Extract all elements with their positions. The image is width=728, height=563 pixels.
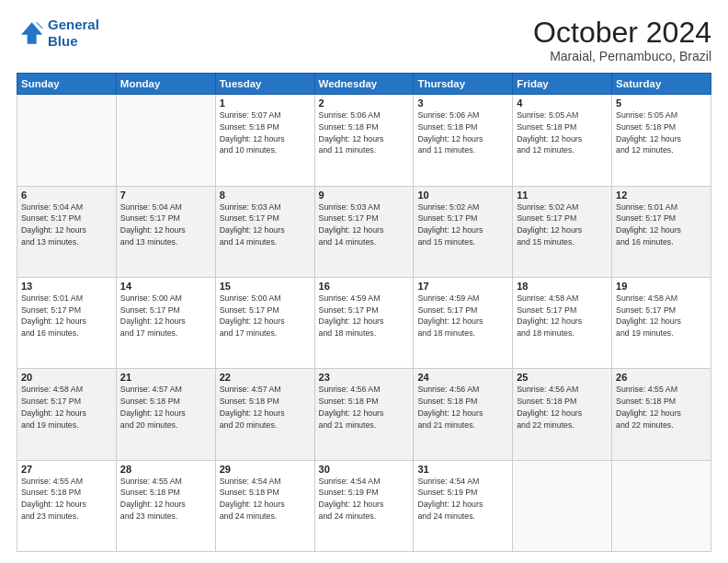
column-header-wednesday: Wednesday xyxy=(314,74,414,95)
day-number: 22 xyxy=(220,372,311,383)
calendar-cell: 15Sunrise: 5:00 AM Sunset: 5:17 PM Dayli… xyxy=(215,277,314,368)
calendar-cell: 3Sunrise: 5:06 AM Sunset: 5:18 PM Daylig… xyxy=(414,95,513,186)
calendar-cell: 2Sunrise: 5:06 AM Sunset: 5:18 PM Daylig… xyxy=(314,95,414,186)
day-info: Sunrise: 5:05 AM Sunset: 5:18 PM Dayligh… xyxy=(517,109,608,156)
day-number: 9 xyxy=(319,190,410,201)
day-number: 15 xyxy=(220,281,311,292)
day-info: Sunrise: 4:57 AM Sunset: 5:18 PM Dayligh… xyxy=(220,384,311,431)
day-info: Sunrise: 4:58 AM Sunset: 5:17 PM Dayligh… xyxy=(21,384,112,431)
calendar-cell: 22Sunrise: 4:57 AM Sunset: 5:18 PM Dayli… xyxy=(215,369,314,460)
day-number: 7 xyxy=(120,190,211,201)
logo-line1: General xyxy=(48,17,99,33)
calendar-cell: 19Sunrise: 4:58 AM Sunset: 5:17 PM Dayli… xyxy=(612,277,711,368)
column-header-sunday: Sunday xyxy=(17,74,117,95)
day-number: 18 xyxy=(517,281,608,292)
calendar-cell: 28Sunrise: 4:55 AM Sunset: 5:18 PM Dayli… xyxy=(116,460,215,551)
column-header-thursday: Thursday xyxy=(414,74,513,95)
header: General Blue October 2024 Maraial, Perna… xyxy=(17,17,711,63)
calendar-cell: 31Sunrise: 4:54 AM Sunset: 5:19 PM Dayli… xyxy=(414,460,513,551)
day-number: 1 xyxy=(220,98,311,109)
day-number: 17 xyxy=(417,281,508,292)
calendar-cell: 23Sunrise: 4:56 AM Sunset: 5:18 PM Dayli… xyxy=(314,369,414,460)
day-info: Sunrise: 5:03 AM Sunset: 5:17 PM Dayligh… xyxy=(319,201,410,248)
day-number: 19 xyxy=(616,281,707,292)
day-number: 3 xyxy=(417,98,508,109)
calendar-cell: 30Sunrise: 4:54 AM Sunset: 5:19 PM Dayli… xyxy=(314,460,414,551)
day-info: Sunrise: 4:59 AM Sunset: 5:17 PM Dayligh… xyxy=(319,293,410,339)
header-row: SundayMondayTuesdayWednesdayThursdayFrid… xyxy=(17,74,711,95)
column-header-monday: Monday xyxy=(116,74,215,95)
day-info: Sunrise: 4:56 AM Sunset: 5:18 PM Dayligh… xyxy=(417,384,508,431)
calendar-cell: 6Sunrise: 5:04 AM Sunset: 5:17 PM Daylig… xyxy=(17,186,117,277)
day-number: 26 xyxy=(616,372,707,383)
day-number: 31 xyxy=(417,464,508,475)
calendar-cell: 12Sunrise: 5:01 AM Sunset: 5:17 PM Dayli… xyxy=(612,186,711,277)
day-info: Sunrise: 4:57 AM Sunset: 5:18 PM Dayligh… xyxy=(120,384,211,431)
calendar-cell: 14Sunrise: 5:00 AM Sunset: 5:17 PM Dayli… xyxy=(116,277,215,368)
day-info: Sunrise: 4:58 AM Sunset: 5:17 PM Dayligh… xyxy=(517,293,608,339)
day-number: 16 xyxy=(319,281,410,292)
day-info: Sunrise: 5:06 AM Sunset: 5:18 PM Dayligh… xyxy=(319,109,410,156)
week-row-2: 6Sunrise: 5:04 AM Sunset: 5:17 PM Daylig… xyxy=(17,186,711,277)
day-number: 20 xyxy=(21,372,112,383)
day-info: Sunrise: 5:06 AM Sunset: 5:18 PM Dayligh… xyxy=(417,109,508,156)
day-info: Sunrise: 5:02 AM Sunset: 5:17 PM Dayligh… xyxy=(417,201,508,248)
calendar-cell: 11Sunrise: 5:02 AM Sunset: 5:17 PM Dayli… xyxy=(513,186,612,277)
calendar-cell xyxy=(17,95,117,186)
calendar-cell: 7Sunrise: 5:04 AM Sunset: 5:17 PM Daylig… xyxy=(116,186,215,277)
column-header-friday: Friday xyxy=(513,74,612,95)
week-row-3: 13Sunrise: 5:01 AM Sunset: 5:17 PM Dayli… xyxy=(17,277,711,368)
day-number: 28 xyxy=(120,464,211,475)
day-info: Sunrise: 5:00 AM Sunset: 5:17 PM Dayligh… xyxy=(220,293,311,339)
day-info: Sunrise: 4:54 AM Sunset: 5:19 PM Dayligh… xyxy=(319,476,410,523)
day-number: 30 xyxy=(319,464,410,475)
calendar-cell: 20Sunrise: 4:58 AM Sunset: 5:17 PM Dayli… xyxy=(17,369,117,460)
calendar-cell xyxy=(612,460,711,551)
day-info: Sunrise: 4:59 AM Sunset: 5:17 PM Dayligh… xyxy=(417,293,508,339)
week-row-1: 1Sunrise: 5:07 AM Sunset: 5:18 PM Daylig… xyxy=(17,95,711,186)
calendar-cell: 21Sunrise: 4:57 AM Sunset: 5:18 PM Dayli… xyxy=(116,369,215,460)
day-info: Sunrise: 4:55 AM Sunset: 5:18 PM Dayligh… xyxy=(21,476,112,523)
calendar-cell: 13Sunrise: 5:01 AM Sunset: 5:17 PM Dayli… xyxy=(17,277,117,368)
svg-marker-1 xyxy=(37,22,43,29)
calendar-cell: 9Sunrise: 5:03 AM Sunset: 5:17 PM Daylig… xyxy=(314,186,414,277)
day-info: Sunrise: 5:01 AM Sunset: 5:17 PM Dayligh… xyxy=(21,293,112,339)
day-info: Sunrise: 5:03 AM Sunset: 5:17 PM Dayligh… xyxy=(220,201,311,248)
day-number: 10 xyxy=(417,190,508,201)
day-info: Sunrise: 4:56 AM Sunset: 5:18 PM Dayligh… xyxy=(319,384,410,431)
day-number: 11 xyxy=(517,190,608,201)
calendar-cell xyxy=(513,460,612,551)
day-info: Sunrise: 5:04 AM Sunset: 5:17 PM Dayligh… xyxy=(120,201,211,248)
calendar-cell: 24Sunrise: 4:56 AM Sunset: 5:18 PM Dayli… xyxy=(414,369,513,460)
day-info: Sunrise: 4:54 AM Sunset: 5:18 PM Dayligh… xyxy=(220,476,311,523)
day-number: 2 xyxy=(319,98,410,109)
day-info: Sunrise: 4:55 AM Sunset: 5:18 PM Dayligh… xyxy=(120,476,211,523)
calendar-cell: 5Sunrise: 5:05 AM Sunset: 5:18 PM Daylig… xyxy=(612,95,711,186)
day-number: 4 xyxy=(517,98,608,109)
calendar-cell: 29Sunrise: 4:54 AM Sunset: 5:18 PM Dayli… xyxy=(215,460,314,551)
day-number: 23 xyxy=(319,372,410,383)
calendar-cell xyxy=(116,95,215,186)
calendar-cell: 8Sunrise: 5:03 AM Sunset: 5:17 PM Daylig… xyxy=(215,186,314,277)
calendar-cell: 4Sunrise: 5:05 AM Sunset: 5:18 PM Daylig… xyxy=(513,95,612,186)
day-number: 27 xyxy=(21,464,112,475)
calendar-cell: 26Sunrise: 4:55 AM Sunset: 5:18 PM Dayli… xyxy=(612,369,711,460)
day-info: Sunrise: 4:54 AM Sunset: 5:19 PM Dayligh… xyxy=(417,476,508,523)
day-info: Sunrise: 4:55 AM Sunset: 5:18 PM Dayligh… xyxy=(616,384,707,431)
calendar-table: SundayMondayTuesdayWednesdayThursdayFrid… xyxy=(17,73,711,552)
month-title: October 2024 xyxy=(533,17,711,49)
day-number: 25 xyxy=(517,372,608,383)
logo-line2: Blue xyxy=(48,33,99,50)
day-info: Sunrise: 5:07 AM Sunset: 5:18 PM Dayligh… xyxy=(220,109,311,156)
page: General Blue October 2024 Maraial, Perna… xyxy=(0,0,728,563)
calendar-cell: 1Sunrise: 5:07 AM Sunset: 5:18 PM Daylig… xyxy=(215,95,314,186)
day-number: 6 xyxy=(21,190,112,201)
column-header-tuesday: Tuesday xyxy=(215,74,314,95)
day-number: 5 xyxy=(616,98,707,109)
day-number: 12 xyxy=(616,190,707,201)
title-area: October 2024 Maraial, Pernambuco, Brazil xyxy=(533,17,711,63)
logo: General Blue xyxy=(17,17,99,50)
day-info: Sunrise: 5:04 AM Sunset: 5:17 PM Dayligh… xyxy=(21,201,112,248)
day-number: 21 xyxy=(120,372,211,383)
day-number: 13 xyxy=(21,281,112,292)
